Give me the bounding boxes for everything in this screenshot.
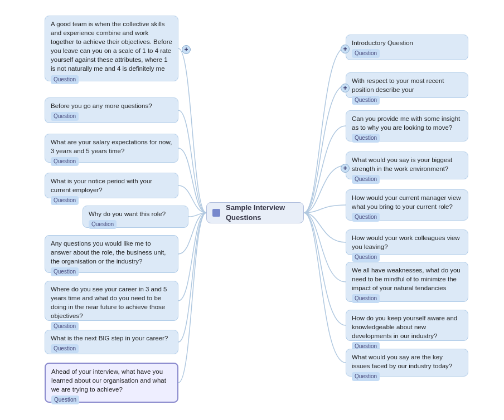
left-node-l4[interactable]: What is your notice period with your cur… xyxy=(45,173,178,198)
right-node-r5[interactable]: How would your current manager view what… xyxy=(346,189,468,221)
plus-l1[interactable]: + xyxy=(182,45,191,54)
r1-text: Introductory Question xyxy=(352,40,413,46)
r9-text: What would you say are the key issues fa… xyxy=(352,354,452,369)
r6-text: How would your work colleagues view you … xyxy=(352,235,460,250)
r7-tag: Question xyxy=(352,294,380,303)
right-node-r9[interactable]: What would you say are the key issues fa… xyxy=(346,349,468,377)
r1-tag: Question xyxy=(352,49,380,58)
right-node-r3[interactable]: Can you provide me with some insight as … xyxy=(346,110,468,141)
r3-tag: Question xyxy=(352,134,380,143)
right-node-r6[interactable]: How would your work colleagues view you … xyxy=(346,229,468,255)
right-node-r1[interactable]: Introductory Question Question xyxy=(346,35,468,60)
plus-r4[interactable]: + xyxy=(341,164,350,173)
right-node-r7[interactable]: We all have weaknesses, what do you need… xyxy=(346,262,468,302)
r6-tag: Question xyxy=(352,253,380,262)
r9-tag: Question xyxy=(352,372,380,381)
l6-tag: Question xyxy=(51,267,79,276)
l3-tag: Question xyxy=(51,157,79,166)
l5-text: Why do you want this role? xyxy=(89,211,166,217)
left-node-l3[interactable]: What are your salary expectations for no… xyxy=(45,134,178,163)
left-node-l6[interactable]: Any questions you would like me to answe… xyxy=(45,235,178,273)
l1-text: A good team is when the collective skill… xyxy=(51,21,172,72)
plus-r1[interactable]: + xyxy=(341,45,350,53)
left-node-l1[interactable]: A good team is when the collective skill… xyxy=(45,16,178,81)
l2-text: Before you go any more questions? xyxy=(51,102,152,109)
right-node-r8[interactable]: How do you keep yourself aware and knowl… xyxy=(346,310,468,341)
l9-tag: Question xyxy=(51,395,79,404)
r3-text: Can you provide me with some insight as … xyxy=(352,115,460,131)
center-icon xyxy=(212,209,220,217)
r5-tag: Question xyxy=(352,213,380,222)
left-node-l8[interactable]: What is the next BIG step in your career… xyxy=(45,330,178,354)
right-node-r2[interactable]: With respect to your most recent positio… xyxy=(346,72,468,98)
r2-text: With respect to your most recent positio… xyxy=(352,77,444,93)
l7-text: Where do you see your career in 3 and 5 … xyxy=(51,286,167,319)
r8-text: How do you keep yourself aware and knowl… xyxy=(352,315,457,339)
l8-text: What is the next BIG step in your career… xyxy=(51,335,168,341)
center-label: Sample Interview Questions xyxy=(226,203,298,223)
l5-tag: Question xyxy=(89,220,117,229)
r4-text: What would you say is your biggest stren… xyxy=(352,157,452,172)
r4-tag: Question xyxy=(352,175,380,184)
right-node-r4[interactable]: What would you say is your biggest stren… xyxy=(346,152,468,179)
l3-text: What are your salary expectations for no… xyxy=(51,139,172,154)
left-node-l9[interactable]: Ahead of your interview, what have you l… xyxy=(45,363,178,403)
l4-tag: Question xyxy=(51,196,79,205)
r2-tag: Question xyxy=(352,96,380,105)
l8-tag: Question xyxy=(51,344,79,353)
l2-tag: Question xyxy=(51,112,79,121)
l9-text: Ahead of your interview, what have you l… xyxy=(51,368,166,393)
center-node[interactable]: Sample Interview Questions xyxy=(206,202,304,223)
plus-r2[interactable]: + xyxy=(341,84,350,92)
left-node-l2[interactable]: Before you go any more questions? Questi… xyxy=(45,97,178,123)
left-node-l7[interactable]: Where do you see your career in 3 and 5 … xyxy=(45,281,178,321)
r7-text: We all have weaknesses, what do you need… xyxy=(352,267,461,291)
r5-text: How would your current manager view what… xyxy=(352,194,461,210)
mind-map-canvas: Sample Interview Questions A good team i… xyxy=(0,0,504,420)
l1-tag: Question xyxy=(51,75,79,84)
l4-text: What is your notice period with your cur… xyxy=(51,178,152,193)
l6-text: Any questions you would like me to answe… xyxy=(51,240,166,265)
left-node-l5[interactable]: Why do you want this role? Question xyxy=(83,206,188,228)
